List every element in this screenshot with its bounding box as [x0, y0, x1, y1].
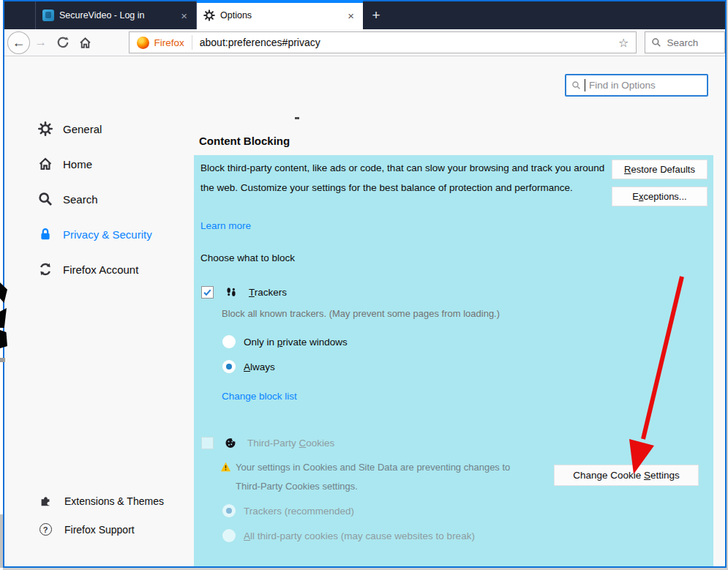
gear-icon	[203, 8, 215, 23]
section-heading: Content Blocking	[199, 135, 290, 147]
find-in-options-box[interactable]	[565, 74, 708, 97]
sidebar-item-general[interactable]: General	[38, 111, 199, 146]
trackers-checkbox[interactable]	[201, 286, 214, 299]
radio-private-windows-row: Only in private windows	[222, 335, 348, 348]
forward-arrow-icon: →	[34, 35, 47, 50]
checkmark-icon	[203, 288, 212, 297]
identity-label: Firefox	[154, 37, 184, 48]
trackers-label[interactable]: Trackers	[249, 287, 287, 298]
search-icon	[571, 80, 581, 90]
preferences-sidebar: General Home Search	[38, 111, 199, 287]
sidebar-item-label: Home	[63, 158, 92, 170]
learn-more-link[interactable]: Learn more	[200, 220, 251, 231]
home-button[interactable]	[74, 36, 97, 50]
help-icon: ?	[38, 522, 53, 537]
third-party-cookies-row: Third-Party Cookies	[201, 435, 334, 450]
footprints-icon	[225, 285, 238, 299]
background-window-artifact	[0, 330, 7, 348]
cookie-icon	[224, 435, 237, 450]
home-icon	[78, 36, 92, 50]
sidebar-item-home[interactable]: Home	[38, 146, 199, 181]
exceptions-button[interactable]: Exceptions...	[612, 187, 708, 206]
text-caret	[585, 79, 585, 91]
bookmark-star-icon[interactable]: ☆	[611, 36, 636, 50]
securevideo-favicon-icon	[42, 10, 54, 21]
puzzle-piece-icon	[38, 494, 53, 509]
reload-button[interactable]	[52, 36, 74, 49]
url-bar[interactable]: Firefox about:preferences#privacy ☆	[129, 31, 637, 53]
radio-label: All third-party cookies (may cause websi…	[244, 530, 475, 541]
sidebar-item-search[interactable]: Search	[38, 181, 199, 217]
change-cookie-settings-button[interactable]: Change Cookie Settings	[554, 465, 699, 486]
reload-icon	[56, 36, 70, 49]
third-party-cookies-checkbox-disabled	[201, 437, 214, 449]
restore-defaults-button[interactable]: Restore Defaults	[612, 160, 708, 179]
tab-title: Options	[220, 10, 340, 20]
sync-icon	[38, 262, 53, 277]
cookies-warning: Your settings in Cookies and Site Data a…	[220, 458, 510, 496]
sidebar-item-label: Firefox Account	[63, 263, 138, 276]
new-tab-button[interactable]: +	[363, 1, 389, 29]
navigation-toolbar: ← → Firefox about:preferences#privacy ☆ …	[4, 29, 725, 56]
radio-only-private-windows[interactable]	[222, 335, 236, 348]
sidebar-item-label: General	[63, 123, 102, 135]
tab-bar: SecureVideo - Log in × Options × +	[4, 1, 725, 29]
forward-button[interactable]: →	[30, 35, 52, 50]
background-window-artifact	[0, 514, 3, 568]
url-text[interactable]: about:preferences#privacy	[200, 37, 611, 48]
chip-separator	[192, 35, 192, 50]
search-icon	[38, 192, 53, 206]
sidebar-item-firefox-account[interactable]: Firefox Account	[38, 252, 199, 287]
search-placeholder: Search	[667, 37, 698, 48]
scroll-artifact	[295, 117, 299, 119]
change-block-list-link[interactable]: Change block list	[222, 391, 297, 402]
trackers-row: Trackers	[201, 285, 287, 299]
radio-always[interactable]	[222, 360, 236, 373]
back-arrow-icon: ←	[12, 35, 25, 50]
search-icon	[651, 37, 661, 48]
tab-title: SecureVideo - Log in	[59, 10, 173, 20]
home-icon	[38, 157, 53, 171]
active-tab-indicator	[197, 0, 363, 3]
panel-description: Block third-party content, like ads or c…	[200, 158, 610, 198]
trackers-description: Block all known trackers. (May prevent s…	[222, 308, 500, 319]
close-tab-icon[interactable]: ×	[345, 10, 356, 22]
choose-what-to-block-label: Choose what to block	[200, 252, 295, 263]
tab-options[interactable]: Options ×	[197, 1, 363, 29]
toolbar-search-box[interactable]: Search	[645, 31, 725, 53]
radio-all-third-party-row: All third-party cookies (may cause websi…	[222, 529, 475, 542]
back-button[interactable]: ←	[7, 31, 30, 54]
sidebar-item-firefox-support[interactable]: ? Firefox Support	[38, 515, 206, 544]
radio-label: Trackers (recommended)	[244, 506, 354, 517]
third-party-cookies-label: Third-Party Cookies	[247, 438, 334, 449]
screen: SecureVideo - Log in × Options × + ← →	[0, 0, 728, 570]
browser-window: SecureVideo - Log in × Options × + ← →	[3, 0, 727, 568]
background-window-artifact	[0, 358, 5, 362]
sidebar-item-label: Search	[63, 193, 98, 206]
sidebar-item-label: Firefox Support	[64, 524, 135, 536]
radio-trackers-recommended-disabled	[222, 504, 236, 517]
radio-all-third-party-disabled	[222, 529, 236, 542]
gear-icon	[38, 121, 53, 136]
radio-label[interactable]: Only in private windows	[244, 337, 348, 348]
radio-label[interactable]: Always	[244, 361, 275, 372]
tab-securevideo[interactable]: SecureVideo - Log in ×	[35, 1, 197, 29]
warning-icon	[220, 458, 231, 496]
radio-trackers-recommended-row: Trackers (recommended)	[222, 504, 354, 517]
preferences-page: General Home Search	[4, 56, 725, 566]
close-tab-icon[interactable]: ×	[179, 10, 189, 22]
content-blocking-panel: Block third-party content, like ads or c…	[194, 155, 713, 566]
sidebar-item-privacy-security[interactable]: Privacy & Security	[38, 217, 199, 252]
sidebar-item-label: Extensions & Themes	[64, 495, 164, 507]
warning-line-1: Your settings in Cookies and Site Data a…	[236, 458, 510, 477]
lock-icon	[38, 227, 53, 241]
firefox-logo-icon	[137, 37, 149, 49]
warning-line-2: Third-Party Cookies settings.	[236, 477, 510, 496]
radio-always-row: Always	[222, 360, 275, 373]
find-in-options-input[interactable]	[589, 80, 691, 91]
sidebar-item-label: Privacy & Security	[63, 228, 152, 241]
sidebar-item-extensions-themes[interactable]: Extensions & Themes	[38, 487, 206, 515]
sidebar-footer: Extensions & Themes ? Firefox Support	[38, 487, 206, 544]
question-mark-glyph: ?	[43, 525, 48, 534]
identity-chip: Firefox	[130, 37, 191, 49]
